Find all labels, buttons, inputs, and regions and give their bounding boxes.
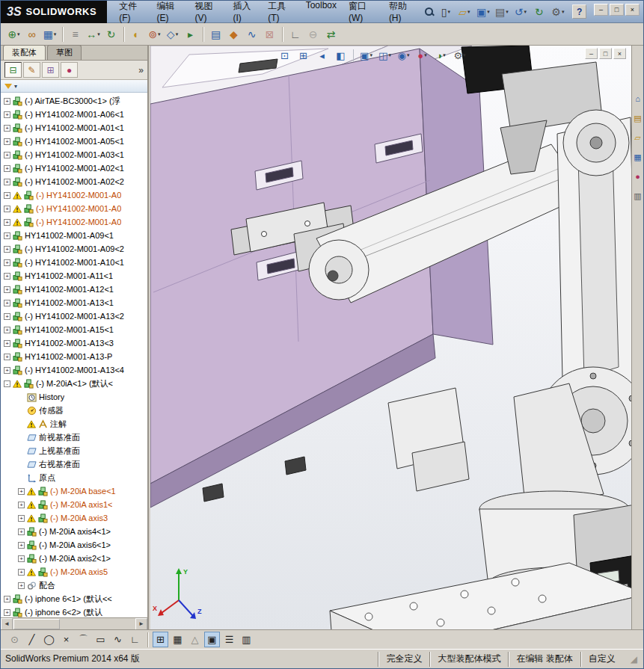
expander[interactable]: +	[4, 273, 10, 280]
tree-item[interactable]: 原点	[1, 471, 147, 484]
section-view[interactable]: ◧	[332, 48, 349, 63]
save-document[interactable]: ▣▾	[474, 3, 491, 20]
propertymanager-tab[interactable]: ✎	[23, 62, 40, 78]
apply-scene[interactable]: ◑▾	[432, 48, 450, 63]
tree-item[interactable]: + 配合	[1, 579, 147, 592]
expander[interactable]: +	[4, 138, 10, 145]
menu-toolbox[interactable]: Toolbox	[300, 0, 343, 25]
view-palette[interactable]: ▦	[633, 152, 643, 162]
expander[interactable]: +	[4, 179, 10, 185]
overflow-chevron[interactable]: »	[138, 65, 144, 75]
tree-item[interactable]: + (-) M-20iA axis6<1>	[1, 538, 147, 552]
featuremanager-tree-tab[interactable]: ⊟	[4, 62, 22, 78]
maximize-button[interactable]: □	[610, 4, 624, 16]
tree-item[interactable]: + (-) HY141002-M001-A05<1	[1, 135, 147, 148]
tree-item[interactable]: - (-) M-20iA<1> (默认<	[1, 377, 147, 390]
grid-snap[interactable]: ⊞	[153, 632, 168, 647]
expander[interactable]: +	[18, 542, 25, 549]
expander[interactable]: +	[18, 502, 25, 508]
move-component[interactable]: ↔▾	[85, 25, 102, 43]
circle-tool[interactable]: ◯	[41, 632, 57, 647]
assembly-features[interactable]: ⊚▾	[146, 25, 163, 43]
options[interactable]: ⚙▾	[549, 3, 566, 20]
configurationmanager-tab[interactable]: ⊞	[42, 62, 59, 78]
search-icon[interactable]	[424, 7, 434, 16]
expander[interactable]: +	[4, 286, 10, 293]
reference-geometry[interactable]: ◇▾	[164, 25, 181, 43]
tree-item[interactable]: + (-) HY141002-M001-A0	[1, 215, 147, 229]
smart-dimension[interactable]: ∟	[127, 632, 143, 647]
scroll-left-button[interactable]: ◄	[1, 618, 13, 630]
tab-assembly[interactable]: 装配体	[3, 45, 46, 60]
help-button[interactable]: ?	[572, 4, 586, 19]
tree-item[interactable]: 传感器	[1, 404, 147, 417]
tree-item[interactable]: + (-) HY141002-M001-A03<1	[1, 148, 147, 161]
display-style[interactable]: ◫▾	[376, 48, 393, 63]
undo[interactable]: ↺▾	[512, 3, 529, 20]
tree-item[interactable]: + (-) HY141002-M001-A09<2	[1, 242, 147, 256]
custom-properties[interactable]: ▥	[633, 191, 643, 201]
expander[interactable]: +	[4, 232, 10, 239]
tree-item[interactable]: + HY141002-M001-A11<1	[1, 269, 147, 283]
menu-view[interactable]: 视图(V)	[188, 0, 227, 25]
close-button[interactable]: ×	[625, 4, 640, 16]
expander[interactable]: +	[4, 367, 10, 374]
expander[interactable]: +	[18, 515, 25, 522]
smart-fasteners[interactable]: ≡	[67, 25, 84, 43]
tree-item[interactable]: + (-) iphone 6<2> (默认	[1, 605, 147, 617]
expander[interactable]: +	[18, 569, 25, 576]
tree-item[interactable]: + (-) HY141002-M001-A13<2	[1, 309, 147, 323]
menu-file[interactable]: 文件(F)	[113, 0, 150, 25]
solidworks-resources[interactable]: ⌂	[633, 93, 643, 104]
3d-model-view[interactable]: Y X Z	[150, 46, 631, 629]
resize-grip[interactable]: ◢	[631, 654, 637, 665]
expander[interactable]: +	[4, 313, 10, 320]
tree-item[interactable]: + (-) M-20iA axis2<1>	[1, 552, 147, 565]
line-tool[interactable]: ╱	[24, 632, 40, 647]
tree-item[interactable]: 右视基准面	[1, 457, 147, 471]
tree-item[interactable]: 注解	[1, 417, 147, 431]
tree-item[interactable]: + (-) HY141002-M001-A13<4	[1, 363, 147, 377]
doc-minimize-button[interactable]: –	[585, 48, 598, 59]
update-assembly[interactable]: ⇄	[322, 25, 340, 43]
menu-help[interactable]: 帮助(H)	[383, 0, 422, 25]
expander[interactable]: +	[4, 300, 10, 306]
open-document[interactable]: ▱▾	[456, 3, 473, 20]
new-motion-study[interactable]: ▸	[182, 25, 199, 43]
tree-horizontal-scrollbar[interactable]: ◄ ►	[1, 617, 147, 629]
unit-system[interactable]: 自定义	[580, 652, 623, 667]
tree-item[interactable]: + (-) M-20iA axis1<	[1, 498, 147, 511]
previous-view[interactable]: ◂	[313, 48, 331, 63]
graphics-area[interactable]: Y X Z ⊡⊞◂◧▣▾◫▾◉▾●▾◑▾⚙▾ –□×	[150, 46, 631, 629]
mate[interactable]: ∞	[23, 25, 40, 43]
tree-item[interactable]: 前视基准面	[1, 431, 147, 444]
tree-item[interactable]: + (-) HY141002-M001-A0	[1, 188, 147, 202]
view-orientation[interactable]: ▣▾	[358, 48, 375, 63]
displaymanager-tab[interactable]: ●	[61, 62, 78, 78]
tree-item[interactable]: + (-) HY141002-M001-A10<1	[1, 256, 147, 269]
tree-item[interactable]: History	[1, 390, 147, 404]
tree-item[interactable]: + HY141002-M001-A13<1	[1, 296, 147, 309]
edit-appearance[interactable]: ●▾	[414, 48, 431, 63]
tree-item[interactable]: + (-) HY141002-M001-A02<2	[1, 175, 147, 188]
expander[interactable]: +	[4, 246, 10, 253]
expander[interactable]: +	[4, 596, 10, 602]
expander[interactable]: +	[18, 528, 25, 535]
design-library[interactable]: ▤	[633, 113, 643, 123]
spline-tool[interactable]: ∿	[110, 632, 126, 647]
table-view[interactable]: ▥	[239, 632, 254, 647]
tree-item[interactable]: + (-) M-20iA axis5	[1, 565, 147, 579]
zoom-to-area[interactable]: ⊞	[295, 48, 312, 63]
expander[interactable]: +	[18, 555, 25, 562]
tree-item[interactable]: + (-) HY141002-M001-A0	[1, 202, 147, 215]
bill-of-materials[interactable]: ▤	[207, 25, 224, 43]
large-assembly-mode[interactable]: 大型装配体模式	[429, 652, 508, 667]
print-document[interactable]: ▤▾	[493, 3, 510, 20]
menu-edit[interactable]: 编辑(E)	[151, 0, 189, 25]
linear-component-pattern[interactable]: ▦▾	[41, 25, 58, 43]
expander[interactable]: +	[4, 219, 10, 226]
rebuild[interactable]: ↻	[530, 3, 548, 20]
minimize-button[interactable]: –	[594, 4, 608, 16]
appearances-scenes[interactable]: ●	[633, 171, 643, 182]
trim-entities[interactable]: ×	[58, 632, 74, 647]
